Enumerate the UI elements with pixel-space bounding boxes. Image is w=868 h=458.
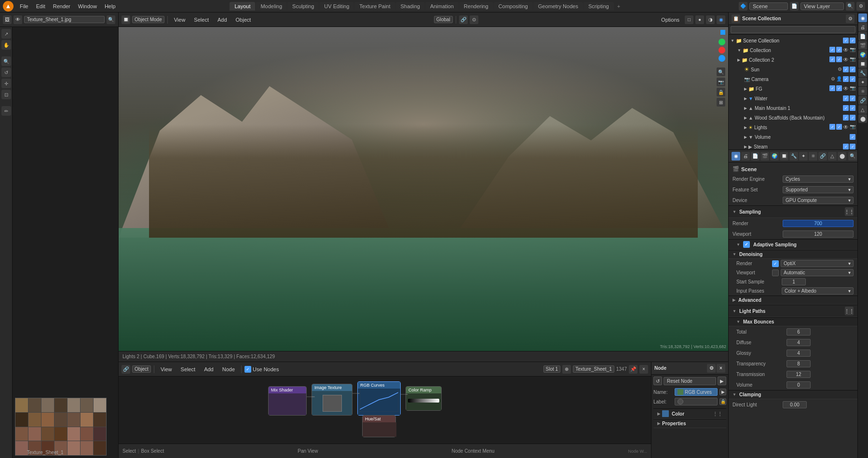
collection-camera-icon[interactable]: 📷 <box>850 47 855 54</box>
color-section[interactable]: ▶ Color ⋮⋮ <box>653 408 726 419</box>
adaptive-sampling-checkbox[interactable]: ✓ <box>743 241 750 248</box>
outliner-item-volume[interactable]: ▶ ▼ Volume ✓ <box>742 132 857 142</box>
node-box-select-status[interactable]: Box Select <box>141 448 164 454</box>
denoising-viewport-type[interactable]: Automatic ▾ <box>781 269 854 276</box>
props-tab-scene[interactable]: 🎬 <box>760 152 769 161</box>
right-tab-material[interactable]: ⬤ <box>858 114 867 123</box>
move-tool-icon[interactable]: ✛ <box>1 79 11 88</box>
node-select-menu[interactable]: Select <box>177 365 199 373</box>
outliner-item-water[interactable]: ▶ ▼ Water ✓ ✓ <box>742 94 857 103</box>
collection-restrict-icon[interactable]: 👁 <box>843 47 849 54</box>
view-icon[interactable]: 👁 <box>14 15 22 24</box>
workspace-tab-shading[interactable]: Shading <box>396 2 425 11</box>
scene-collection-vis-check[interactable]: ✓ <box>843 38 849 43</box>
mode-select[interactable]: Object Mode <box>132 16 164 23</box>
outliner-item-scene-collection[interactable]: ▼ 📁 Scene Collection ✓ ✓ <box>729 36 857 45</box>
editor-type-icon[interactable]: 🖼 <box>3 15 12 24</box>
shading-material-icon[interactable]: ◑ <box>706 15 715 24</box>
transparency-value[interactable]: 8 <box>787 360 811 367</box>
node-node-menu[interactable]: Node <box>219 365 238 373</box>
node-label-input[interactable] <box>675 398 718 405</box>
proportional-edit-icon[interactable]: ⊙ <box>470 15 478 24</box>
sun-render-check[interactable]: ✓ <box>850 67 855 72</box>
right-tab-constraints[interactable]: 🔗 <box>858 96 867 105</box>
light-paths-icon[interactable]: ⋮⋮ <box>845 307 854 315</box>
glossy-value[interactable]: 4 <box>787 350 811 357</box>
viewport-view-menu[interactable]: View <box>171 16 189 24</box>
transform-select[interactable]: Global <box>434 16 453 23</box>
volume-vis-check[interactable]: ✓ <box>850 134 855 140</box>
workspace-tab-animation[interactable]: Animation <box>425 2 459 11</box>
direct-light-value[interactable]: 0.00 <box>783 401 807 408</box>
camera-view-icon[interactable]: 📷 <box>717 78 725 86</box>
rotate-tool-icon[interactable]: ↺ <box>1 67 11 77</box>
right-tab-scene[interactable]: 🎬 <box>858 41 867 50</box>
options-menu[interactable]: Options <box>658 16 683 24</box>
zoom-in-icon[interactable]: 🔍 <box>717 67 725 76</box>
feature-set-select[interactable]: Supported ▾ <box>783 186 854 193</box>
view-layer-input[interactable] <box>800 2 844 10</box>
node-add-menu[interactable]: Add <box>201 365 217 373</box>
collection-vis-check[interactable]: ✓ <box>829 47 835 53</box>
node-object-select[interactable]: Object <box>132 365 151 373</box>
workspace-tab-rendering[interactable]: Rendering <box>459 2 493 11</box>
collection-render-check[interactable]: ✓ <box>836 47 842 53</box>
workspace-tab-scripting[interactable]: Scripting <box>583 2 614 11</box>
outliner-type-icon[interactable]: 📋 <box>732 14 740 23</box>
viewport-select-menu[interactable]: Select <box>190 16 212 24</box>
clamping-section[interactable]: ▼ Clamping <box>729 390 857 399</box>
search-image-icon[interactable]: 🔍 <box>107 15 115 24</box>
props-tab-data[interactable]: △ <box>828 152 837 161</box>
outliner-item-camera[interactable]: 📷 Camera ⚙ 👤 ✓ ✓ <box>742 74 857 84</box>
node-expand-icon[interactable]: ▶ <box>718 377 726 385</box>
props-search-icon[interactable]: 🔍 <box>848 152 857 161</box>
node-editor-type-icon[interactable]: 🔗 <box>122 365 130 374</box>
right-tab-view-layer[interactable]: 📄 <box>858 32 867 40</box>
lights-render-check[interactable]: ✓ <box>836 124 842 130</box>
collection2-vis-check[interactable]: ✓ <box>829 56 835 62</box>
collection2-camera-icon[interactable]: 📷 <box>850 56 855 63</box>
outliner-item-main-mountain[interactable]: ▶ ▲ Main Mountain 1 ✓ ✓ <box>742 103 857 113</box>
water-vis-check[interactable]: ✓ <box>843 95 849 101</box>
node-panel-options-icon[interactable]: ⚙ <box>707 364 716 373</box>
node-name-edit-icon[interactable]: ▶ <box>719 389 726 395</box>
outliner-item-fg[interactable]: ▶ 📁 FG ✓ ✓ 👁 📷 <box>742 84 857 94</box>
menu-edit[interactable]: Edit <box>33 2 49 10</box>
slot-icon[interactable]: ⊕ <box>562 365 571 374</box>
viewport-samples-value[interactable]: 120 <box>783 230 854 238</box>
total-value[interactable]: 6 <box>787 328 811 336</box>
fg-eye-icon[interactable]: 👁 <box>843 85 849 92</box>
workspace-tab-sculpting[interactable]: Sculpting <box>287 2 319 11</box>
wood-vis-check[interactable]: ✓ <box>843 115 849 121</box>
denoising-render-checkbox[interactable]: ✓ <box>772 260 779 267</box>
node-view-menu[interactable]: View <box>157 365 176 373</box>
input-passes-select[interactable]: Color + Albedo ▾ <box>782 287 854 295</box>
reset-node-button[interactable]: Reset Node <box>664 377 716 385</box>
props-tab-view-layer[interactable]: 📄 <box>751 152 760 161</box>
start-sample-value[interactable]: 1 <box>782 278 806 285</box>
outliner-search[interactable] <box>731 26 855 33</box>
menu-file[interactable]: File <box>16 2 32 10</box>
node-name-value[interactable]: RGB Curves <box>675 388 718 396</box>
slot-select[interactable]: Slot 1 <box>543 365 561 373</box>
sampling-section-icon[interactable]: ⋮⋮ <box>845 207 854 216</box>
node-canvas[interactable]: Mix Shader Image Texture RGB Curves <box>119 377 651 444</box>
adaptive-sampling-section[interactable]: ▼ ✓ Adaptive Sampling <box>729 239 857 250</box>
workspace-tab-layout[interactable]: Layout <box>230 2 255 11</box>
texture-select[interactable]: Texture_Sheet_1 <box>573 365 614 373</box>
workspace-tab-compositing[interactable]: Compositing <box>494 2 533 11</box>
menu-window[interactable]: Window <box>75 2 100 10</box>
denoising-section[interactable]: ▼ Denoising <box>729 250 857 259</box>
fg-render-check[interactable]: ✓ <box>836 85 842 91</box>
sampling-section[interactable]: ▼ Sampling ⋮⋮ <box>729 205 857 218</box>
scene-name-input[interactable] <box>749 2 788 10</box>
node-box-5[interactable]: Hue/Sat <box>362 415 396 437</box>
outliner-filter-icon[interactable]: ⚙ <box>846 14 854 23</box>
node-panel-close-icon[interactable]: × <box>717 364 725 373</box>
viewport-object-menu[interactable]: Object <box>232 16 255 24</box>
workspace-tab-texture-paint[interactable]: Texture Paint <box>354 2 395 11</box>
node-box-1[interactable]: Mix Shader <box>268 386 307 416</box>
fg-camera-icon[interactable]: 📷 <box>850 85 855 92</box>
shading-solid-icon[interactable]: ● <box>695 15 704 24</box>
volume-value[interactable]: 0 <box>787 381 811 389</box>
